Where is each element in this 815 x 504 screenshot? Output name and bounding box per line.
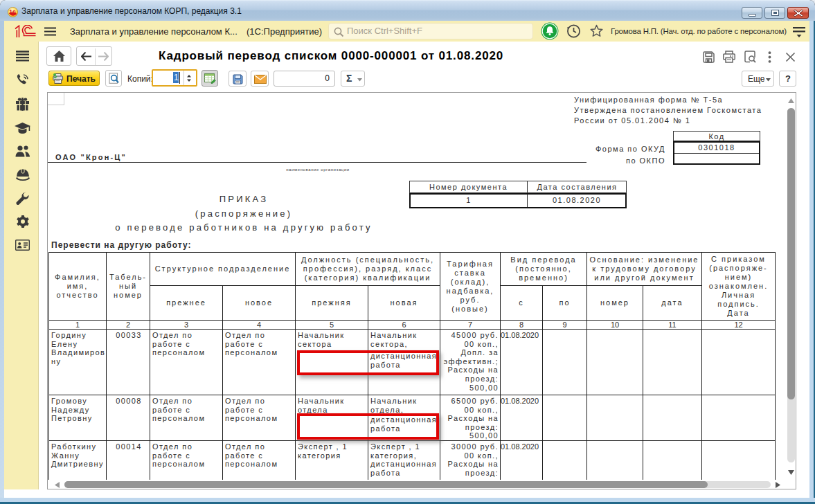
svg-text:1с: 1с	[9, 8, 16, 15]
